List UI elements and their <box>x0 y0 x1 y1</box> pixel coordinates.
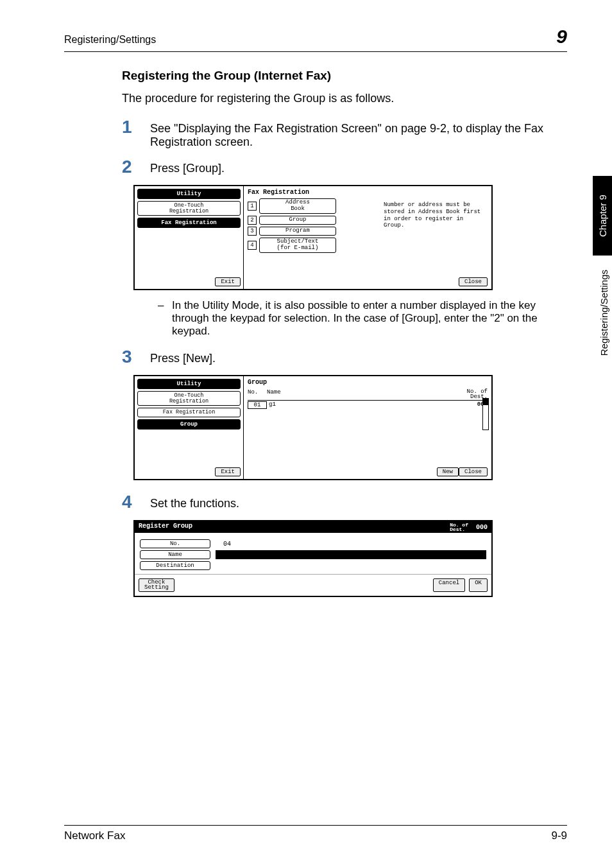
close-button[interactable]: Close <box>459 277 488 286</box>
scrollbar[interactable] <box>482 398 489 430</box>
option-2-number: 2 <box>248 216 257 225</box>
exit-button[interactable]: Exit <box>215 277 241 286</box>
group-row-no: 01 <box>248 401 267 409</box>
no-label: No. <box>140 539 210 548</box>
header-left: Registering/Settings <box>64 34 156 46</box>
fax-registration-tab-2[interactable]: Fax Registration <box>137 408 241 417</box>
screenshot-group-list: Utility One-Touch Registration Fax Regis… <box>133 375 567 480</box>
group-button[interactable]: Group <box>259 216 336 225</box>
destination-button[interactable]: Destination <box>140 561 210 570</box>
step-1-number: 1 <box>122 118 150 136</box>
one-touch-registration-tab-2[interactable]: One-Touch Registration <box>137 391 241 406</box>
ok-button[interactable]: OK <box>469 578 488 591</box>
dash-bullet: – <box>158 299 172 338</box>
screen3-title: Register Group <box>139 523 192 532</box>
utility-tab-2[interactable]: Utility <box>137 379 241 389</box>
screenshot-fax-registration: Utility One-Touch Registration Fax Regis… <box>133 185 567 290</box>
group-row-name: g1 <box>269 401 443 409</box>
step-4: 4 Set the functions. <box>122 493 567 511</box>
intro-text: The procedure for registering the Group … <box>122 92 567 105</box>
screen3-dest-value: 000 <box>476 524 488 531</box>
step-4-text: Set the functions. <box>150 493 239 510</box>
step-2-note-text: In the Utility Mode, it is also possible… <box>172 299 567 338</box>
no-value: 04 <box>223 541 231 548</box>
exit-button-2[interactable]: Exit <box>215 467 241 476</box>
step-2: 2 Press [Group]. <box>122 158 567 176</box>
option-3-number: 3 <box>248 227 257 236</box>
cancel-button[interactable]: Cancel <box>433 578 465 591</box>
step-3-number: 3 <box>122 348 150 366</box>
col-name: Name <box>267 389 443 399</box>
group-row-dest: 003 <box>443 401 488 409</box>
step-1-text: See "Displaying the Fax Registration Scr… <box>150 118 567 149</box>
header-chapter-number: 9 <box>556 26 567 48</box>
step-1: 1 See "Displaying the Fax Registration S… <box>122 118 567 149</box>
step-4-number: 4 <box>122 493 150 511</box>
screen1-title: Fax Registration <box>248 189 488 196</box>
group-tab[interactable]: Group <box>137 419 241 430</box>
screen2-title: Group <box>248 379 488 386</box>
screen3-dest-label: No. of Dest. <box>450 523 468 532</box>
option-1-number: 1 <box>248 202 257 211</box>
step-2-number: 2 <box>122 158 150 176</box>
name-value <box>216 550 486 559</box>
step-3-text: Press [New]. <box>150 348 216 365</box>
screen1-message: Number or address must be stored in Addr… <box>384 202 486 229</box>
col-dest: No. of Dest. <box>443 389 488 399</box>
group-row-01[interactable]: 01 g1 003 <box>248 401 488 410</box>
fax-registration-tab[interactable]: Fax Registration <box>137 218 241 228</box>
footer-left: Network Fax <box>64 829 125 842</box>
page-header: Registering/Settings 9 <box>64 26 567 52</box>
option-4-number: 4 <box>248 241 257 250</box>
screenshot-register-group: Register Group No. of Dest. 000 No. 04 N… <box>133 520 567 597</box>
subject-text-button[interactable]: Subject/Text (for E-mail) <box>259 238 336 253</box>
utility-tab[interactable]: Utility <box>137 189 241 199</box>
page-footer: Network Fax 9-9 <box>64 825 567 842</box>
one-touch-registration-tab[interactable]: One-Touch Registration <box>137 201 241 216</box>
chapter-tab: Chapter 9 <box>593 176 612 256</box>
address-book-button[interactable]: Address Book <box>259 198 336 214</box>
footer-right: 9-9 <box>551 829 567 842</box>
step-2-text: Press [Group]. <box>150 158 225 175</box>
program-button[interactable]: Program <box>259 227 336 236</box>
section-title: Registering the Group (Internet Fax) <box>122 69 567 83</box>
name-button[interactable]: Name <box>140 550 210 559</box>
check-setting-button[interactable]: Check Setting <box>139 578 174 591</box>
side-section-label: Registering/Settings <box>599 270 609 356</box>
col-no: No. <box>248 389 267 399</box>
new-button[interactable]: New <box>437 467 459 476</box>
close-button-2[interactable]: Close <box>459 467 488 476</box>
step-2-note: – In the Utility Mode, it is also possib… <box>158 299 567 338</box>
step-3: 3 Press [New]. <box>122 348 567 366</box>
